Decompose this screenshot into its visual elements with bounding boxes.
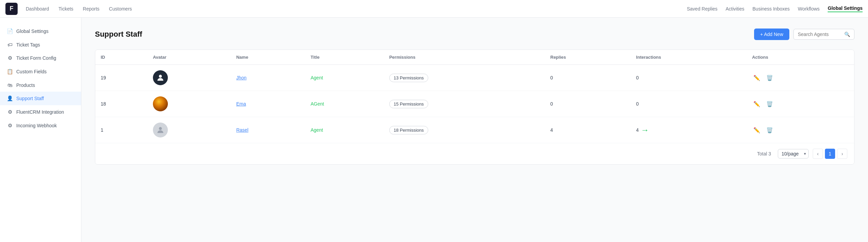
sidebar-item-ticket-tags[interactable]: 🏷 Ticket Tags: [0, 38, 81, 51]
row-id: 18: [95, 91, 147, 117]
products-icon: 🛍: [7, 82, 13, 88]
nav-links: Dashboard Tickets Reports Customers: [26, 5, 687, 13]
sidebar-item-custom-fields[interactable]: 📋 Custom Fields: [0, 65, 81, 78]
col-avatar: Avatar: [147, 50, 231, 65]
edit-button[interactable]: ✏️: [752, 73, 762, 82]
sidebar-label-ticket-form-config: Ticket Form Config: [16, 55, 56, 61]
sidebar-item-ticket-form-config[interactable]: ⚙ Ticket Form Config: [0, 51, 81, 65]
sidebar-label-global-settings: Global Settings: [16, 29, 48, 34]
sidebar-label-support-staff: Support Staff: [16, 96, 44, 101]
col-permissions: Permissions: [384, 50, 545, 65]
sidebar-label-fluentcrm: FluentCRM Integration: [16, 109, 64, 115]
sidebar-item-fluentcrm[interactable]: ⚙ FluentCRM Integration: [0, 105, 81, 119]
row-name: Ema: [231, 91, 305, 117]
sidebar-label-custom-fields: Custom Fields: [16, 69, 46, 74]
edit-button[interactable]: ✏️: [752, 99, 762, 109]
nav-workflows[interactable]: Workflows: [798, 6, 820, 12]
staff-title: AGent: [311, 101, 324, 107]
avatar: [153, 123, 168, 137]
row-replies: 0: [545, 65, 631, 91]
staff-name-link[interactable]: Jhon: [236, 75, 246, 80]
col-id: ID: [95, 50, 147, 65]
table-row: 19 Jhon: [95, 65, 854, 91]
delete-button[interactable]: 🗑️: [765, 99, 774, 109]
sidebar-item-global-settings[interactable]: 📄 Global Settings: [0, 24, 81, 38]
main-content: Support Staff + Add New 🔍 ID Avatar Nam: [81, 18, 868, 242]
avatar: [153, 70, 168, 85]
row-interactions: 0: [631, 65, 747, 91]
delete-button[interactable]: 🗑️: [765, 73, 774, 82]
sidebar: 📄 Global Settings 🏷 Ticket Tags ⚙ Ticket…: [0, 18, 81, 242]
row-replies: 4: [545, 117, 631, 143]
page-1-button[interactable]: 1: [825, 149, 835, 159]
staff-table-container: ID Avatar Name Title Permissions Replies…: [95, 50, 854, 165]
delete-button[interactable]: 🗑️: [765, 126, 774, 135]
table-row: 1 Rasel: [95, 117, 854, 143]
page-header: Support Staff + Add New 🔍: [95, 29, 854, 40]
row-title: AGent: [305, 91, 384, 117]
logo[interactable]: F: [5, 3, 18, 15]
tag-icon: 🏷: [7, 42, 13, 48]
nav-reports[interactable]: Reports: [83, 5, 99, 13]
avatar: [153, 96, 168, 111]
nav-customers[interactable]: Customers: [109, 5, 132, 13]
nav-global-settings[interactable]: Global Settings: [828, 5, 863, 12]
search-input[interactable]: [798, 32, 842, 37]
col-actions: Actions: [747, 50, 854, 65]
row-actions: ✏️ 🗑️: [747, 117, 854, 143]
nav-tickets[interactable]: Tickets: [59, 5, 74, 13]
row-replies: 0: [545, 91, 631, 117]
interactions-value: 4: [636, 127, 639, 133]
col-replies: Replies: [545, 50, 631, 65]
permissions-badge[interactable]: 15 Permissions: [389, 100, 428, 108]
permissions-badge[interactable]: 13 Permissions: [389, 74, 428, 82]
sidebar-item-products[interactable]: 🛍 Products: [0, 78, 81, 92]
row-name: Rasel: [231, 117, 305, 143]
sidebar-label-products: Products: [16, 82, 35, 88]
row-actions: ✏️ 🗑️: [747, 91, 854, 117]
add-new-label: + Add New: [760, 32, 783, 37]
top-navigation: F Dashboard Tickets Reports Customers Sa…: [0, 0, 868, 18]
logo-icon: F: [10, 5, 14, 12]
staff-name-link[interactable]: Ema: [236, 101, 246, 107]
search-box: 🔍: [793, 29, 854, 40]
crm-icon: ⚙: [7, 109, 13, 115]
sidebar-item-support-staff[interactable]: 👤 Support Staff: [0, 92, 81, 105]
row-id: 19: [95, 65, 147, 91]
nav-saved-replies[interactable]: Saved Replies: [687, 6, 717, 12]
staff-title: Agent: [311, 75, 323, 80]
row-avatar: [147, 117, 231, 143]
page-navigation: ‹ 1 ›: [813, 149, 847, 159]
webhook-icon: ⚙: [7, 123, 13, 129]
sidebar-item-incoming-webhook[interactable]: ⚙ Incoming Webhook: [0, 119, 81, 132]
nav-activities[interactable]: Activities: [726, 6, 744, 12]
form-icon: ⚙: [7, 55, 13, 61]
edit-button[interactable]: ✏️: [752, 126, 762, 135]
person-icon: 👤: [7, 95, 13, 101]
page-title: Support Staff: [95, 30, 142, 39]
search-icon: 🔍: [844, 32, 850, 37]
total-count: Total 3: [757, 151, 771, 156]
row-interactions: 0: [631, 91, 747, 117]
row-actions: ✏️ 🗑️: [747, 65, 854, 91]
next-page-button[interactable]: ›: [837, 149, 847, 159]
permissions-badge[interactable]: 18 Permissions: [389, 126, 428, 134]
add-new-button[interactable]: + Add New: [754, 29, 789, 40]
nav-right: Saved Replies Activities Business Inboxe…: [687, 5, 863, 12]
nav-dashboard[interactable]: Dashboard: [26, 5, 49, 13]
per-page-select[interactable]: 10/page 20/page 50/page: [778, 149, 809, 159]
prev-page-button[interactable]: ‹: [813, 149, 823, 159]
table-header-row: ID Avatar Name Title Permissions Replies…: [95, 50, 854, 65]
sidebar-label-incoming-webhook: Incoming Webhook: [16, 123, 57, 128]
per-page-wrapper: 10/page 20/page 50/page: [778, 149, 809, 159]
staff-table: ID Avatar Name Title Permissions Replies…: [95, 50, 854, 143]
col-name: Name: [231, 50, 305, 65]
row-permissions: 18 Permissions: [384, 117, 545, 143]
staff-title: Agent: [311, 127, 323, 133]
staff-name-link[interactable]: Rasel: [236, 127, 249, 133]
nav-business-inboxes[interactable]: Business Inboxes: [752, 6, 790, 12]
row-permissions: 15 Permissions: [384, 91, 545, 117]
layout: 📄 Global Settings 🏷 Ticket Tags ⚙ Ticket…: [0, 18, 868, 242]
arrow-indicator: →: [641, 125, 649, 135]
col-title: Title: [305, 50, 384, 65]
